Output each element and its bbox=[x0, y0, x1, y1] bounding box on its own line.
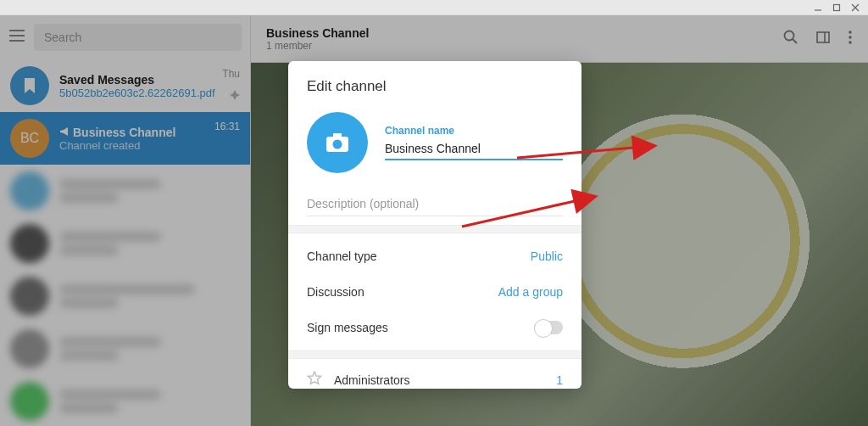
window-titlebar bbox=[0, 0, 868, 15]
discussion-value: Add a group bbox=[498, 285, 563, 299]
channel-type-value: Public bbox=[531, 249, 563, 263]
discussion-row[interactable]: Discussion Add a group bbox=[307, 274, 563, 310]
maximize-icon[interactable] bbox=[832, 3, 841, 12]
channel-name-input[interactable] bbox=[385, 138, 563, 160]
svg-point-16 bbox=[333, 140, 342, 149]
modal-title: Edit channel bbox=[307, 78, 563, 95]
divider bbox=[288, 225, 581, 233]
sign-messages-row: Sign messages bbox=[307, 310, 563, 345]
sign-messages-label: Sign messages bbox=[307, 321, 388, 334]
description-label: Description (optional) bbox=[307, 197, 563, 216]
discussion-label: Discussion bbox=[307, 285, 364, 299]
svg-rect-15 bbox=[333, 133, 342, 138]
description-field[interactable]: Description (optional) bbox=[307, 197, 563, 216]
channel-type-row[interactable]: Channel type Public bbox=[307, 238, 563, 274]
channel-type-label: Channel type bbox=[307, 249, 377, 263]
sign-messages-toggle[interactable] bbox=[534, 321, 563, 334]
administrators-row[interactable]: Administrators 1 bbox=[288, 359, 581, 389]
administrators-label: Administrators bbox=[334, 373, 409, 387]
minimize-icon[interactable] bbox=[814, 3, 822, 12]
star-icon bbox=[307, 371, 322, 389]
administrators-count: 1 bbox=[556, 373, 563, 387]
close-icon[interactable] bbox=[851, 3, 860, 12]
camera-icon bbox=[325, 132, 350, 154]
svg-rect-1 bbox=[834, 4, 840, 10]
app-window: Search Saved Messages 5b052bb2e603c2.622… bbox=[0, 0, 868, 426]
channel-name-label: Channel name bbox=[385, 125, 563, 137]
set-photo-button[interactable] bbox=[307, 112, 368, 173]
divider bbox=[288, 350, 581, 359]
edit-channel-modal: Edit channel Channel name Description (o… bbox=[288, 61, 581, 389]
